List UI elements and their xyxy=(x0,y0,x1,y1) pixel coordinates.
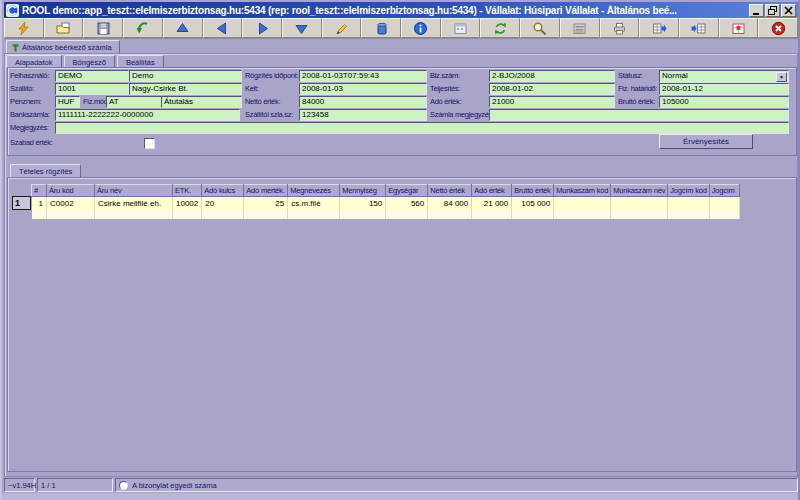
toolbar-button-first-record[interactable] xyxy=(163,18,203,38)
toolbar-button-next-record[interactable] xyxy=(242,18,282,38)
supplier-name-field[interactable]: Nagy-Csirke Bt. xyxy=(129,83,242,95)
toolbar-button-export-table[interactable] xyxy=(639,18,679,38)
col-aru-kod[interactable]: Áru kód xyxy=(47,185,95,197)
col-ado-ertek[interactable]: Adó érték xyxy=(472,185,512,197)
cell-mennyiseg: 150 xyxy=(340,197,386,210)
col-brutto-ertek[interactable]: Bruttó érték xyxy=(512,185,554,197)
supplier-code-field[interactable]: 1001 xyxy=(55,83,129,95)
info-icon xyxy=(413,21,428,36)
export-table-icon xyxy=(652,21,667,36)
net-value-field[interactable]: 84000 xyxy=(299,96,427,108)
free-value-checkbox[interactable] xyxy=(144,138,155,149)
col-munkaszam-nev[interactable]: Munkaszám név xyxy=(611,185,668,197)
supplier-invoice-no-field[interactable]: 123458 xyxy=(299,109,427,121)
toolbar-button-edit[interactable] xyxy=(322,18,362,38)
trash-icon xyxy=(374,21,389,36)
cell-jogcim-kod xyxy=(668,197,709,210)
gross-value-field[interactable]: 105000 xyxy=(659,96,789,108)
cell-index: 1 xyxy=(32,197,47,210)
toolbar-button-calendar[interactable] xyxy=(441,18,481,38)
doc-number-field[interactable]: 2-BJO/2008 xyxy=(489,70,615,82)
col-index[interactable]: # xyxy=(32,185,47,197)
col-etk[interactable]: ETK. xyxy=(173,185,202,197)
bank-account-field[interactable]: 1111111-2222222-0000000 xyxy=(55,109,240,121)
bank-account-label: Bankszámla: xyxy=(10,109,50,121)
toolbar-button-import-table[interactable] xyxy=(679,18,719,38)
close-window-button[interactable] xyxy=(781,4,796,17)
fulfillment-field[interactable]: 2008-01-02 xyxy=(489,83,615,95)
toolbar-button-delete[interactable] xyxy=(361,18,401,38)
fulfillment-label: Teljesítés: xyxy=(430,83,460,95)
col-munkaszam-kod[interactable]: Munkaszám kód xyxy=(554,185,611,197)
col-mennyiseg[interactable]: Mennyiség xyxy=(340,185,386,197)
date-label: Kelt: xyxy=(245,83,259,95)
date-field[interactable]: 2008-01-03 xyxy=(299,83,427,95)
restore-button[interactable] xyxy=(765,4,780,17)
toolbar-button-lightning[interactable] xyxy=(4,18,44,38)
toolbar-button-open-form[interactable] xyxy=(44,18,84,38)
toolbar-button-search[interactable] xyxy=(520,18,560,38)
row-header[interactable]: 1 xyxy=(12,196,31,210)
record-time-field[interactable]: 2008-01-03T07:59:43 xyxy=(299,70,427,82)
col-ado-kulcs[interactable]: Adó kulcs xyxy=(202,185,244,197)
user-code-field[interactable]: DEMO xyxy=(55,70,129,82)
payment-mode-code-field[interactable]: AT xyxy=(106,96,162,108)
cell-etk: 10002 xyxy=(173,197,202,210)
status-message-cell: A bizonylat egyedi száma xyxy=(115,478,798,492)
status-dropdown[interactable]: Normál ▼ xyxy=(659,70,789,83)
stop-icon xyxy=(771,21,786,36)
toolbar-button-table-update[interactable] xyxy=(719,18,759,38)
toolbar-button-previous-record[interactable] xyxy=(203,18,243,38)
toolbar-button-revert[interactable] xyxy=(123,18,163,38)
unique-number-radio[interactable] xyxy=(119,481,128,490)
user-name-field[interactable]: Demo xyxy=(129,70,242,82)
col-aru-nev[interactable]: Áru név xyxy=(95,185,173,197)
cell-munkaszam-nev xyxy=(611,197,668,210)
cell-ado-ertek: 21 000 xyxy=(472,197,512,210)
arrow-down-icon xyxy=(294,21,309,36)
col-jogcim[interactable]: Jogcím xyxy=(709,185,739,197)
tab-teteles-rogzites[interactable]: Tételes rögzítés xyxy=(10,164,81,178)
supplier-label: Szállító: xyxy=(10,83,34,95)
supplier-invoice-no-label: Szállítói szla.sz: xyxy=(245,109,293,121)
table-header-row: # Áru kód Áru név ETK. Adó kulcs Adó mér… xyxy=(32,185,740,197)
table-row[interactable]: 1 C0002 Csirke mellfilé eh. 10002 20 25 … xyxy=(32,197,740,210)
free-value-label: Szabad érték: xyxy=(10,137,52,149)
toolbar-button-refresh[interactable] xyxy=(480,18,520,38)
chevron-down-icon[interactable]: ▼ xyxy=(776,72,787,82)
col-egysegar[interactable]: Egységár xyxy=(386,185,428,197)
cell-egysegar: 560 xyxy=(386,197,428,210)
col-netto-ertek[interactable]: Nettó érték xyxy=(428,185,472,197)
comment-field[interactable] xyxy=(55,122,789,134)
user-label: Felhasználó: xyxy=(10,70,49,82)
col-megnevezes[interactable]: Megnevezés xyxy=(288,185,340,197)
toolbar-button-list[interactable] xyxy=(560,18,600,38)
cell-munkaszam-kod xyxy=(554,197,611,210)
toolbar-button-stop[interactable] xyxy=(758,18,798,38)
toolbar-button-save[interactable] xyxy=(83,18,123,38)
cell-megnevezes: cs.m.filé xyxy=(288,197,340,210)
toolbar-button-print[interactable] xyxy=(600,18,640,38)
cell-netto-ertek: 84 000 xyxy=(428,197,472,210)
pencil-icon xyxy=(334,21,349,36)
toolbar-button-last-record[interactable] xyxy=(282,18,322,38)
tab-general-incoming-invoice[interactable]: Általános beérkező számla xyxy=(6,40,120,54)
col-ado-mertek[interactable]: Adó mérték. xyxy=(244,185,288,197)
invoice-comment-field[interactable] xyxy=(489,109,789,121)
status-bar: ~v1.94H 1 / 1 A bizonylat egyedi száma xyxy=(4,478,798,492)
due-date-field[interactable]: 2008-01-12 xyxy=(659,83,789,95)
minimize-button[interactable] xyxy=(749,4,764,17)
table-update-icon xyxy=(731,21,746,36)
payment-mode-name-field[interactable]: Átutalás xyxy=(161,96,242,108)
items-table: # Áru kód Áru név ETK. Adó kulcs Adó mér… xyxy=(31,184,740,219)
record-counter: 1 / 1 xyxy=(37,478,113,492)
validate-button[interactable]: Érvényesítés xyxy=(659,134,753,149)
currency-field[interactable]: HUF xyxy=(55,96,80,108)
toolbar-button-info[interactable] xyxy=(401,18,441,38)
cell-ado-mertek: 25 xyxy=(244,197,288,210)
col-jogcim-kod[interactable]: Jogcím kód xyxy=(668,185,709,197)
refresh-icon xyxy=(493,21,508,36)
tax-value-field[interactable]: 21000 xyxy=(489,96,615,108)
open-folder-icon xyxy=(56,21,71,36)
doc-number-label: Biz.szám: xyxy=(430,70,460,82)
